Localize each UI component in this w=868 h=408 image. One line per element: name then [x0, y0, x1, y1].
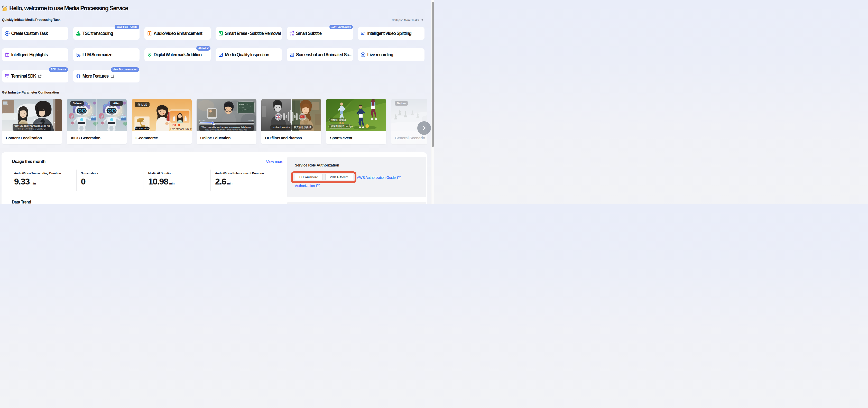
svg-text:00:12:45: 00:12:45	[199, 120, 205, 121]
svg-text:我真的难以抳择: 我真的难以抳择	[294, 126, 311, 128]
svg-text:Before: Before	[397, 102, 406, 105]
svg-text:00:15:45: 00:15:45	[248, 120, 254, 121]
svg-text:Before: Before	[73, 102, 82, 105]
svg-text:It's hard to make: It's hard to make	[273, 126, 290, 128]
svg-text:寒くないの? 手がこんなに赤いよ: 寒くないの? 手がこんなに赤いよ	[18, 128, 46, 130]
svg-text:Live stream is buzzing!: Live stream is buzzing!	[170, 127, 192, 130]
svg-text:当我还是一个小男孩的时候，曾经有一段经历改变了我的...: 当我还是一个小男孩的时候，曾经有一段经历改变了我的...	[205, 129, 248, 131]
svg-text:SDK: SDK	[6, 75, 9, 76]
svg-text:After: After	[113, 102, 120, 105]
svg-text:Aren't you cold? Your hands ar: Aren't you cold? Your hands are so red	[14, 125, 50, 127]
svg-text:视频源: 5mbps: 视频源: 5mbps	[331, 119, 346, 121]
svg-text:A: A	[292, 33, 294, 36]
svg-text:LIVE: LIVE	[141, 103, 147, 106]
svg-text:极速高清处理: 1mbps: 极速高清处理: 1mbps	[331, 125, 353, 128]
svg-text:00:01:23 - 00:02:56: 00:01:23 - 00:02:56	[207, 117, 217, 119]
svg-text:When I was a little boy, there: When I was a little boy, there was an ex…	[202, 126, 251, 128]
svg-text:HOT: HOT	[170, 124, 177, 127]
svg-text:Check out details: Check out details	[134, 127, 150, 129]
